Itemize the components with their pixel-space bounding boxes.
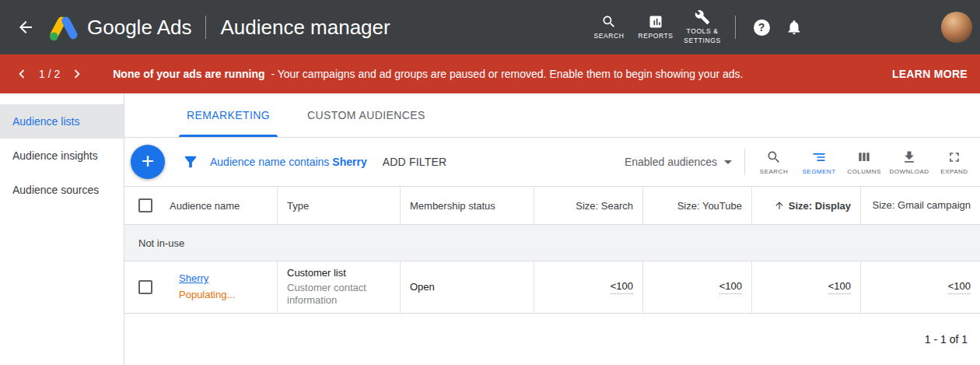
search-label: SEARCH bbox=[593, 32, 624, 40]
tab-label: CUSTOM AUDIENCES bbox=[307, 109, 425, 121]
sidebar-item-audience-sources[interactable]: Audience sources bbox=[0, 173, 124, 207]
header-vertical-divider bbox=[735, 16, 736, 39]
previous-alert-button[interactable] bbox=[12, 65, 31, 83]
header-reports-button[interactable]: REPORTS bbox=[632, 14, 679, 40]
size-gmail-cell: <100 bbox=[861, 261, 980, 313]
sidebar-item-label: Audience lists bbox=[12, 115, 79, 128]
audience-view-dropdown[interactable]: Enabled audiences bbox=[625, 156, 732, 168]
reports-label: REPORTS bbox=[638, 32, 673, 40]
sidebar-item-audience-lists[interactable]: Audience lists bbox=[0, 104, 124, 139]
type-value: Customer list bbox=[287, 267, 390, 280]
google-ads-app: Google Ads Audience manager SEARCH REPOR… bbox=[0, 0, 980, 365]
size-display-cell: <100 bbox=[752, 261, 861, 313]
tab-label: REMARKETING bbox=[187, 109, 270, 121]
search-icon bbox=[601, 14, 617, 30]
column-header-membership-status[interactable]: Membership status bbox=[401, 187, 534, 224]
chevron-right-icon bbox=[68, 65, 86, 82]
reports-icon bbox=[648, 14, 663, 30]
next-alert-button[interactable] bbox=[68, 65, 86, 83]
header-actions: SEARCH REPORTS TOOLS & SETTINGS ? bbox=[586, 9, 980, 44]
type-cell: Customer list Customer contact informati… bbox=[278, 261, 401, 313]
column-header-size-youtube[interactable]: Size: YouTube bbox=[643, 187, 752, 224]
expand-label: EXPAND bbox=[940, 168, 968, 175]
sidebar-item-label: Audience sources bbox=[12, 184, 99, 196]
column-header-type[interactable]: Type bbox=[278, 187, 401, 224]
table-search-button[interactable]: SEARCH bbox=[751, 149, 796, 175]
alert-description: - Your campaigns and ad groups are pause… bbox=[271, 68, 743, 80]
columns-icon bbox=[856, 149, 872, 165]
size-search-cell: <100 bbox=[534, 261, 643, 313]
sort-ascending-icon bbox=[774, 200, 785, 211]
column-header-label: Size: Display bbox=[789, 200, 851, 212]
header-search-button[interactable]: SEARCH bbox=[586, 14, 632, 40]
toolbar-actions: Enabled audiences SEARCH bbox=[625, 149, 977, 175]
tab-remarketing[interactable]: REMARKETING bbox=[168, 93, 289, 137]
row-select-cell bbox=[124, 261, 170, 313]
alert-message: None of your ads are running - Your camp… bbox=[113, 68, 880, 80]
page-title: Audience manager bbox=[220, 16, 390, 40]
wrench-icon bbox=[695, 9, 710, 25]
learn-more-button[interactable]: LEARN MORE bbox=[892, 68, 968, 80]
alert-banner: 1 / 2 None of your ads are running - You… bbox=[0, 54, 980, 93]
tab-bar: REMARKETING CUSTOM AUDIENCES bbox=[124, 93, 980, 138]
table-segment-button[interactable]: SEGMENT bbox=[796, 149, 842, 175]
filter-condition-label: Audience name contains bbox=[210, 156, 329, 168]
filter-value: Sherry bbox=[332, 156, 366, 168]
row-checkbox[interactable] bbox=[138, 280, 152, 294]
main-content: REMARKETING CUSTOM AUDIENCES + Audience … bbox=[124, 93, 980, 365]
audience-name-link[interactable]: Sherry bbox=[179, 272, 208, 286]
notifications-button[interactable] bbox=[778, 11, 810, 44]
group-label: Not in-use bbox=[138, 237, 184, 249]
search-icon bbox=[766, 149, 782, 165]
back-arrow-icon bbox=[16, 18, 35, 37]
help-button[interactable]: ? bbox=[745, 11, 778, 44]
table-columns-button[interactable]: COLUMNS bbox=[842, 149, 887, 175]
column-header-size-display[interactable]: Size: Display bbox=[752, 187, 861, 224]
account-avatar[interactable] bbox=[941, 12, 972, 43]
filter-button[interactable] bbox=[182, 153, 199, 170]
table-footer: 1 - 1 of 1 bbox=[124, 314, 980, 365]
audience-name-cell: Sherry Populating... bbox=[170, 261, 278, 313]
type-detail: Customer contact information bbox=[287, 282, 390, 308]
membership-status-value: Open bbox=[410, 281, 524, 294]
column-header-size-gmail[interactable]: Size: Gmail campaign bbox=[861, 187, 980, 224]
select-all-cell bbox=[124, 187, 170, 224]
segment-label: SEGMENT bbox=[802, 168, 835, 175]
back-button[interactable] bbox=[16, 17, 36, 37]
size-gmail-value: <100 bbox=[948, 280, 971, 295]
chevron-left-icon bbox=[13, 65, 30, 82]
sidebar-item-audience-insights[interactable]: Audience insights bbox=[0, 139, 124, 173]
product-name: Google Ads bbox=[87, 16, 191, 40]
expand-icon bbox=[947, 149, 962, 165]
dropdown-selected-value: Enabled audiences bbox=[625, 156, 717, 168]
table-expand-button[interactable]: EXPAND bbox=[932, 149, 977, 175]
tab-custom-audiences[interactable]: CUSTOM AUDIENCES bbox=[289, 93, 444, 137]
alert-title: None of your ads are running bbox=[113, 68, 264, 80]
column-header-size-search[interactable]: Size: Search bbox=[534, 187, 643, 224]
add-filter-button[interactable]: ADD FILTER bbox=[383, 156, 447, 168]
tools-settings-label: TOOLS & SETTINGS bbox=[679, 27, 726, 44]
sidebar: Audience lists Audience insights Audienc… bbox=[0, 93, 124, 365]
size-youtube-cell: <100 bbox=[643, 261, 752, 313]
active-filter-chip[interactable]: Audience name containsSherry bbox=[210, 156, 367, 168]
segment-icon bbox=[811, 149, 827, 165]
size-search-value: <100 bbox=[611, 280, 633, 295]
select-all-checkbox[interactable] bbox=[138, 198, 152, 212]
table-header-row: Audience name Type Membership status Siz… bbox=[124, 186, 980, 225]
columns-label: COLUMNS bbox=[847, 168, 881, 175]
help-icon: ? bbox=[754, 19, 770, 36]
pagination-label: 1 - 1 of 1 bbox=[925, 333, 968, 346]
plus-icon: + bbox=[142, 150, 154, 172]
search-label: SEARCH bbox=[760, 168, 788, 175]
sidebar-item-label: Audience insights bbox=[12, 149, 98, 162]
add-audience-button[interactable]: + bbox=[131, 145, 165, 179]
column-header-audience-name[interactable]: Audience name bbox=[170, 187, 278, 224]
page-body: Audience lists Audience insights Audienc… bbox=[0, 93, 980, 365]
header-divider bbox=[205, 16, 206, 39]
table-toolbar: + Audience name containsSherry ADD FILTE… bbox=[124, 138, 980, 186]
table-download-button[interactable]: DOWNLOAD bbox=[887, 149, 932, 175]
size-youtube-value: <100 bbox=[719, 280, 742, 295]
download-icon bbox=[901, 149, 917, 165]
filter-funnel-icon bbox=[182, 153, 199, 170]
header-tools-settings-button[interactable]: TOOLS & SETTINGS bbox=[679, 9, 726, 44]
